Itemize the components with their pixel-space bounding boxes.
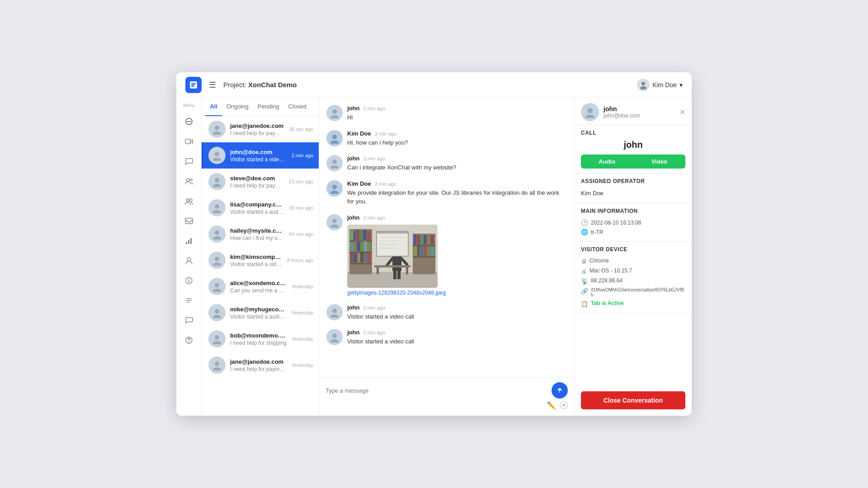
conv-info: halley@mysite.com How can i find my orde… [230,227,284,241]
svg-point-42 [213,341,221,344]
nav-chat2-icon[interactable] [181,312,197,328]
list-item[interactable]: alice@xondemo.com Can you send me a post… [202,273,319,300]
tab-all[interactable]: All [205,98,222,116]
attachment-icon[interactable]: ✏️ [547,401,556,411]
rp-os: Mac OS - 10.15.7 [590,267,632,274]
audio-call-button[interactable]: Audio [581,155,633,169]
tab-closed[interactable]: Closed [284,98,311,116]
nav-team-icon[interactable] [181,193,197,209]
monitor-icon: 🖨 [581,268,587,275]
nav-reports-icon[interactable] [181,233,197,249]
clock-icon: 🕐 [581,219,588,226]
message-row: Kim Doe 3 min ago Hi, how can i help you… [326,130,567,147]
svg-rect-13 [186,242,187,244]
list-item[interactable]: lisa@company.com Visitor started a audio… [202,195,319,221]
conv-avatar [208,121,226,138]
conv-info: steve@doe.com I need help for payment [230,175,284,189]
conv-avatar [208,330,226,347]
message-time: 3 min ago [375,181,396,187]
main-layout: Menu [176,98,692,416]
video-call-button[interactable]: Video [633,155,686,169]
rp-assigned-operator: Kim Doe [581,188,685,198]
conv-info: mike@myhugecompany.com Visitor started a… [230,306,287,320]
conv-avatar [208,225,226,243]
nav-chat-icon[interactable] [181,113,197,130]
svg-rect-95 [414,246,417,256]
conv-time: Yesterday [291,336,313,342]
rp-device-label: VISITOR DEVICE [581,246,685,253]
nav-contacts-icon[interactable] [181,173,197,189]
nav-person-icon[interactable] [181,253,197,269]
svg-rect-7 [185,139,190,144]
message-avatar [326,180,343,197]
message-time: 3 min ago [363,156,385,161]
message-avatar [326,155,343,171]
message-sender: john [347,155,359,162]
conv-avatar [208,252,226,269]
conv-name: jane@janedoe.com [230,122,284,129]
user-avatar [637,79,650,91]
svg-point-11 [189,199,192,202]
upload-icon[interactable] [560,401,568,411]
rp-close-button[interactable]: ✕ [679,108,685,117]
message-sender: john [347,214,359,221]
list-item[interactable]: mike@myhugecompany.com Visitor started a… [202,300,319,326]
message-sender: john [347,304,359,311]
project-name: XonChat Demo [248,81,297,89]
browser-icon: 🖥 [581,258,587,265]
rp-call-label: CALL [581,130,685,136]
list-item[interactable]: kim@kimscompany.com Visitor started a vi… [202,247,319,273]
app-logo [185,77,202,93]
svg-rect-107 [374,265,410,267]
nav-help-icon[interactable] [181,332,197,348]
conv-info: jane@janedoe.com I need help for payment [230,122,284,136]
svg-point-47 [332,135,337,139]
svg-rect-75 [354,253,357,263]
list-item[interactable]: john@doe.com Visitor started a video cal… [202,142,319,169]
rp-main-info-label: MAIN INFORMATION [581,208,685,214]
rp-avatar [581,103,599,121]
chat-input[interactable] [326,385,548,396]
conv-avatar [208,357,226,374]
nav-bubble-icon[interactable] [181,153,197,169]
list-item[interactable]: halley@mysite.com How can i find my orde… [202,221,319,247]
close-conversation-button[interactable]: Close Conversation [581,391,685,409]
send-button[interactable] [552,382,568,399]
message-image-link[interactable]: gettyimages-128298320-2048x2048.jpeg [347,290,567,296]
svg-rect-98 [424,246,427,256]
conv-time: Yesterday [291,362,313,368]
header: ☰ Project: XonChat Demo Kim Doe ▾ [176,72,692,98]
list-item[interactable]: jane@janedoe.com I need help for payment… [202,116,319,142]
conv-time: Yesterday [291,284,313,289]
menu-icon[interactable]: ☰ [209,80,216,90]
rp-assigned-section: ASSIGNED OPERATOR Kim Doe [575,174,692,203]
conv-name: kim@kimscompany.com [230,253,283,260]
rp-date: 2022-08-10 16:13:08 [591,220,641,226]
svg-point-54 [330,225,339,228]
list-item[interactable]: bob@mxondemo.com I need help for shippin… [202,326,319,352]
rp-tab-row: 📋 Tab is Active [581,299,685,309]
conv-info: alice@xondemo.com Can you send me a post… [230,280,287,294]
right-panel: john john@doe.com ✕ CALL john Audio Vide… [574,98,692,416]
nav-info-icon[interactable] [181,272,197,289]
tab-ongoing[interactable]: Ongoing [222,98,253,116]
svg-rect-67 [367,231,371,240]
tab-pending[interactable]: Pending [253,98,284,116]
user-menu[interactable]: Kim Doe ▾ [637,79,683,91]
message-time: 2 min ago [363,330,385,335]
left-nav: Menu [176,98,202,416]
svg-rect-91 [421,235,423,244]
svg-rect-14 [188,240,189,244]
rp-ip-row: 📡 88.228.86.64 [581,276,685,286]
conv-preview: Can you send me a postcard? [230,287,287,294]
conv-name: alice@xondemo.com [230,280,287,286]
nav-inbox-icon[interactable] [181,213,197,229]
nav-list-icon[interactable] [181,292,197,309]
svg-rect-90 [417,235,420,244]
rp-locale-row: 🌐 tr-TR [581,227,685,237]
nav-video-icon[interactable] [181,133,197,150]
conv-info: lisa@company.com Visitor started a audio… [230,201,284,215]
list-item[interactable]: jane@janedoe.com I need help for payment… [202,352,319,378]
list-item[interactable]: steve@doe.com I need help for payment 23… [202,169,319,195]
chat-actions-row: ✏️ [326,401,568,411]
